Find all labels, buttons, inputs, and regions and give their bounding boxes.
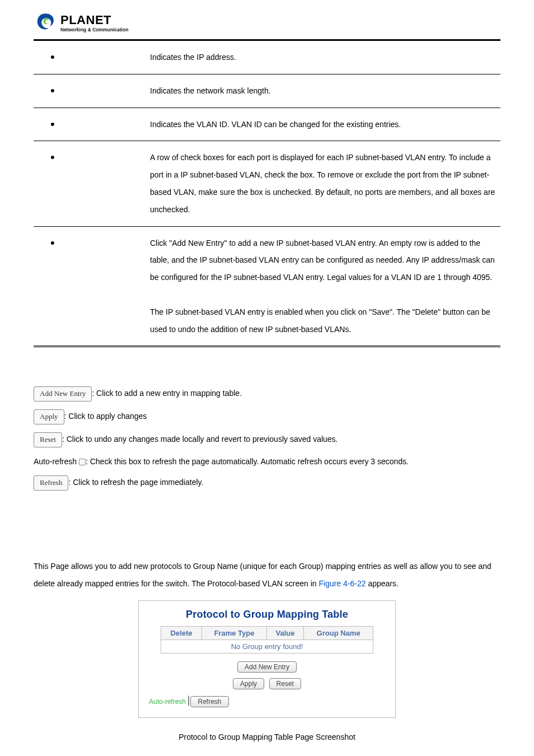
bullet: • [34, 108, 146, 141]
screenshot-add-button[interactable]: Add New Entry [237, 661, 297, 673]
btn-desc: : Check this box to refresh the page aut… [86, 457, 409, 466]
auto-refresh-checkbox-icon[interactable] [79, 459, 86, 465]
auto-refresh-label: Auto-refresh [149, 698, 186, 706]
desc-cell: A row of check boxes for each port is di… [146, 141, 500, 226]
section-paragraph: This Page allows you to add new protocol… [34, 558, 500, 592]
btn-desc: : Click to add a new entry in mapping ta… [92, 389, 242, 398]
screenshot-reset-button[interactable]: Reset [269, 678, 301, 689]
logo-word: PLANET [60, 14, 128, 26]
col-frame-type: Frame Type [202, 626, 266, 640]
screenshot-panel: Protocol to Group Mapping Table Delete F… [138, 600, 396, 718]
bullet: • [34, 74, 146, 108]
screenshot-refresh-button[interactable]: Refresh [190, 696, 228, 707]
description-table: • Indicates the IP address. • Indicates … [34, 39, 500, 347]
figure-link[interactable]: Figure 4-6-22 [318, 579, 366, 588]
bullet: • [34, 226, 146, 347]
col-value: Value [266, 626, 303, 640]
swirl-icon [34, 11, 57, 35]
screenshot-apply-button[interactable]: Apply [233, 678, 264, 689]
col-delete: Delete [161, 626, 202, 640]
auto-refresh-prefix: Auto-refresh [34, 457, 79, 466]
col-group-name: Group Name [304, 626, 373, 640]
desc-cell: Indicates the VLAN ID. VLAN ID can be ch… [146, 108, 500, 141]
desc-text-2: The IP subnet-based VLAN entry is enable… [150, 307, 490, 334]
section-text-1: This Page allows you to add new protocol… [34, 562, 491, 588]
btn-desc: : Click to undo any changes made locally… [62, 435, 338, 444]
btn-desc: : Click to refresh the page immediately. [68, 478, 203, 487]
auto-refresh-checkbox[interactable] [188, 696, 189, 706]
screenshot-title: Protocol to Group Mapping Table [149, 609, 385, 620]
desc-cell: Indicates the network mask length. [146, 74, 500, 108]
logo-sub: Networking & Communication [60, 27, 128, 32]
empty-row-msg: No Group entry found! [161, 640, 373, 653]
figure-caption: Protocol to Group Mapping Table Page Scr… [34, 732, 500, 741]
brand-logo: PLANET Networking & Communication [34, 11, 500, 35]
bullet: • [34, 40, 146, 74]
apply-button[interactable]: Apply [34, 409, 64, 424]
refresh-button[interactable]: Refresh [34, 475, 68, 491]
desc-cell: Click "Add New Entry" to add a new IP su… [146, 226, 500, 347]
desc-text: Click "Add New Entry" to add a new IP su… [150, 239, 495, 282]
buttons-section: Add New Entry: Click to add a new entry … [34, 386, 500, 491]
reset-button[interactable]: Reset [34, 432, 62, 447]
bullet: • [34, 141, 146, 226]
desc-cell: Indicates the IP address. [146, 40, 500, 74]
btn-desc: : Click to apply changes [64, 412, 147, 421]
screenshot-table: Delete Frame Type Value Group Name No Gr… [161, 626, 373, 654]
add-new-entry-button[interactable]: Add New Entry [34, 386, 92, 402]
section-text-2: appears. [366, 579, 399, 588]
